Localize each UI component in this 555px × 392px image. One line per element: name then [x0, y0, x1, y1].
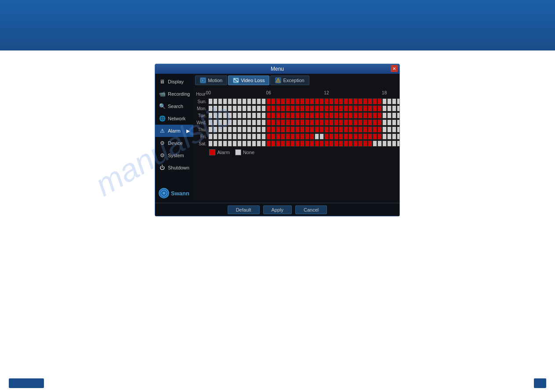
time-cell[interactable] — [344, 98, 348, 104]
time-cell[interactable] — [252, 98, 256, 104]
time-cell[interactable] — [252, 126, 256, 133]
time-cell[interactable] — [232, 105, 237, 111]
time-cell[interactable] — [286, 105, 290, 111]
time-cell[interactable] — [261, 105, 266, 111]
time-cell[interactable] — [223, 119, 227, 126]
time-cell[interactable] — [324, 98, 329, 104]
time-cell[interactable] — [247, 105, 251, 111]
time-cell[interactable] — [266, 140, 271, 147]
time-cell[interactable] — [329, 133, 334, 140]
time-cell[interactable] — [252, 105, 256, 111]
time-cell[interactable] — [252, 140, 256, 147]
time-cell[interactable] — [295, 119, 300, 126]
time-cell[interactable] — [223, 98, 227, 104]
time-cell[interactable] — [373, 133, 377, 140]
time-cell[interactable] — [339, 133, 343, 140]
time-cell[interactable] — [286, 126, 290, 133]
time-cell[interactable] — [276, 133, 280, 140]
time-cell[interactable] — [392, 133, 396, 140]
time-cell[interactable] — [363, 105, 367, 111]
time-cell[interactable] — [247, 98, 251, 104]
time-cell[interactable] — [324, 112, 329, 119]
time-cell[interactable] — [290, 126, 295, 133]
time-cell[interactable] — [257, 126, 261, 133]
time-cell[interactable] — [348, 112, 353, 119]
time-cell[interactable] — [353, 140, 358, 147]
tab-exception[interactable]: Exception — [270, 76, 309, 85]
sidebar-item-search[interactable]: 🔍 Search — [155, 100, 193, 112]
time-cell[interactable] — [339, 112, 343, 119]
time-cell[interactable] — [344, 133, 348, 140]
time-cell[interactable] — [368, 119, 372, 126]
time-cell[interactable] — [310, 119, 314, 126]
time-cell[interactable] — [315, 98, 319, 104]
time-cell[interactable] — [300, 112, 305, 119]
time-cell[interactable] — [261, 119, 266, 126]
time-cell[interactable] — [223, 133, 227, 140]
time-cell[interactable] — [373, 112, 377, 119]
time-cell[interactable] — [266, 105, 271, 111]
default-button[interactable]: Default — [228, 205, 260, 214]
time-cell[interactable] — [266, 119, 271, 126]
time-cell[interactable] — [295, 140, 300, 147]
time-cell[interactable] — [358, 126, 363, 133]
time-cell[interactable] — [363, 140, 367, 147]
time-cell[interactable] — [324, 105, 329, 111]
time-cell[interactable] — [281, 140, 285, 147]
time-cell[interactable] — [242, 140, 247, 147]
time-cell[interactable] — [305, 133, 309, 140]
time-cell[interactable] — [382, 140, 387, 147]
time-cell[interactable] — [281, 133, 285, 140]
time-cell[interactable] — [377, 126, 382, 133]
time-cell[interactable] — [397, 133, 399, 140]
sidebar-item-shutdown[interactable]: ⏻ Shutdown — [155, 162, 193, 174]
time-cell[interactable] — [261, 98, 266, 104]
time-cell[interactable] — [271, 112, 276, 119]
time-cell[interactable] — [223, 112, 227, 119]
time-cell[interactable] — [315, 119, 319, 126]
time-cell[interactable] — [315, 105, 319, 111]
time-cell[interactable] — [392, 98, 396, 104]
time-cell[interactable] — [348, 119, 353, 126]
time-cell[interactable] — [348, 126, 353, 133]
time-cell[interactable] — [271, 133, 276, 140]
time-cell[interactable] — [339, 98, 343, 104]
time-cell[interactable] — [237, 98, 242, 104]
time-cell[interactable] — [329, 119, 334, 126]
time-cell[interactable] — [305, 105, 309, 111]
time-cell[interactable] — [373, 140, 377, 147]
time-cell[interactable] — [208, 105, 213, 111]
time-cell[interactable] — [363, 119, 367, 126]
time-cell[interactable] — [392, 105, 396, 111]
time-cell[interactable] — [228, 112, 232, 119]
time-cell[interactable] — [334, 126, 338, 133]
time-cell[interactable] — [252, 119, 256, 126]
time-cell[interactable] — [387, 133, 392, 140]
time-cell[interactable] — [319, 105, 324, 111]
time-cell[interactable] — [310, 126, 314, 133]
time-cell[interactable] — [310, 105, 314, 111]
time-cell[interactable] — [266, 112, 271, 119]
time-cell[interactable] — [213, 126, 218, 133]
time-cell[interactable] — [286, 133, 290, 140]
time-cell[interactable] — [315, 126, 319, 133]
time-cell[interactable] — [353, 119, 358, 126]
time-cell[interactable] — [276, 105, 280, 111]
time-cell[interactable] — [373, 126, 377, 133]
time-cell[interactable] — [397, 140, 399, 147]
time-cell[interactable] — [397, 105, 399, 111]
time-cell[interactable] — [295, 112, 300, 119]
time-cell[interactable] — [387, 112, 392, 119]
time-cell[interactable] — [368, 112, 372, 119]
time-cell[interactable] — [286, 140, 290, 147]
time-cell[interactable] — [305, 112, 309, 119]
time-cell[interactable] — [387, 105, 392, 111]
time-cell[interactable] — [213, 112, 218, 119]
tab-videoloss[interactable]: Video Loss — [228, 76, 269, 85]
time-cell[interactable] — [276, 112, 280, 119]
time-cell[interactable] — [368, 140, 372, 147]
time-cell[interactable] — [377, 98, 382, 104]
time-cell[interactable] — [237, 119, 242, 126]
time-cell[interactable] — [228, 119, 232, 126]
time-cell[interactable] — [213, 119, 218, 126]
